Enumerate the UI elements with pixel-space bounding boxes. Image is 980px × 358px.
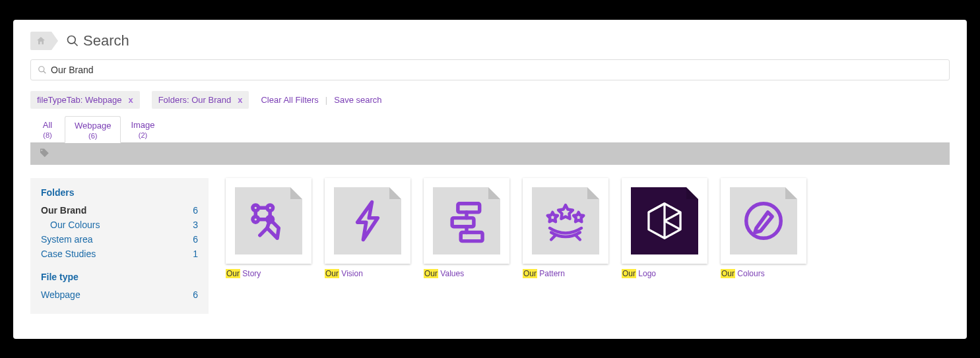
result-caption: Our Pattern <box>523 269 608 278</box>
result-caption: Our Values <box>424 269 509 278</box>
highlight: Our <box>622 269 636 278</box>
highlight: Our <box>325 269 339 278</box>
close-icon[interactable]: x <box>128 95 133 105</box>
search-input[interactable] <box>51 65 942 75</box>
sidebar-item-label: System area <box>41 234 93 245</box>
sidebar-item-case-studies[interactable]: Case Studies 1 <box>41 247 198 261</box>
filter-chip-label: fileTypeTab: Webpage <box>37 95 121 105</box>
result-card[interactable]: Our Story <box>226 178 311 314</box>
highlight: Our <box>523 269 537 278</box>
tab-count: (6) <box>75 132 111 140</box>
search-field[interactable] <box>30 59 950 80</box>
page-title-text: Search <box>83 32 129 49</box>
result-card[interactable]: Our Vision <box>325 178 410 314</box>
result-card[interactable]: Our Logo <box>622 178 707 314</box>
filter-chip-label: Folders: Our Brand <box>158 95 232 105</box>
svg-rect-14 <box>461 232 482 241</box>
sidebar-item-count: 6 <box>193 205 198 216</box>
svg-line-3 <box>44 71 46 73</box>
sidebar-item-count: 1 <box>193 249 198 259</box>
svg-rect-12 <box>458 203 480 212</box>
filter-actions: Clear All Filters | Save search <box>261 95 381 105</box>
caption-rest: Logo <box>636 269 656 278</box>
results-grid: Our Story Our Vision <box>226 178 950 314</box>
page-fold-icon <box>290 187 302 199</box>
main-area: Folders Our Brand 6 Our Colours 3 System… <box>30 178 950 314</box>
tab-label: Webpage <box>75 121 111 131</box>
sidebar-heading-filetype: File type <box>41 272 198 282</box>
page-fold-icon <box>389 187 401 199</box>
tab-count: (2) <box>131 131 154 139</box>
sidebar-item-our-colours[interactable]: Our Colours 3 <box>41 218 198 232</box>
search-icon <box>66 34 79 47</box>
svg-line-18 <box>575 235 580 239</box>
svg-rect-13 <box>452 218 474 226</box>
page-fold-icon <box>488 187 500 199</box>
sidebar: Folders Our Brand 6 Our Colours 3 System… <box>30 178 209 314</box>
separator: | <box>325 95 327 105</box>
svg-line-17 <box>551 235 556 239</box>
caption-rest: Colours <box>735 269 765 278</box>
tab-label: All <box>43 120 52 130</box>
svg-line-1 <box>75 42 78 45</box>
sidebar-item-webpage[interactable]: Webpage 6 <box>41 287 198 302</box>
sidebar-item-count: 6 <box>193 234 198 245</box>
tag-bar <box>30 142 950 165</box>
highlight: Our <box>424 269 438 278</box>
sidebar-item-label: Case Studies <box>41 249 96 259</box>
sidebar-item-system-area[interactable]: System area 6 <box>41 232 198 247</box>
result-caption: Our Story <box>226 269 311 278</box>
sidebar-item-our-brand[interactable]: Our Brand 6 <box>41 203 198 218</box>
app-window: Search fileTypeTab: Webpage x Folders: O… <box>13 20 967 339</box>
sidebar-item-label: Our Brand <box>41 205 86 216</box>
result-caption: Our Vision <box>325 269 410 278</box>
sidebar-item-count: 3 <box>193 220 198 230</box>
filters-row: fileTypeTab: Webpage x Folders: Our Bran… <box>30 91 950 109</box>
caption-rest: Values <box>438 269 464 278</box>
result-card[interactable]: Our Pattern <box>523 178 608 314</box>
result-thumbnail[interactable] <box>325 178 410 264</box>
page-fold-icon <box>785 187 797 199</box>
result-thumbnail[interactable] <box>622 178 707 264</box>
tab-count: (8) <box>40 131 55 139</box>
result-thumbnail[interactable] <box>523 178 608 264</box>
svg-point-2 <box>39 66 44 71</box>
result-card[interactable]: Our Values <box>424 178 509 314</box>
sidebar-heading-folders: Folders <box>41 187 198 198</box>
result-thumbnail[interactable] <box>226 178 311 264</box>
result-thumbnail[interactable] <box>424 178 509 264</box>
caption-rest: Vision <box>339 269 363 278</box>
highlight: Our <box>226 269 240 278</box>
home-icon <box>36 36 46 46</box>
page-fold-icon <box>686 187 698 199</box>
page-title: Search <box>66 32 129 49</box>
tag-icon <box>38 148 50 160</box>
tabs: All (8) Webpage (6) Image (2) <box>30 115 950 143</box>
result-caption: Our Colours <box>721 269 806 278</box>
page-fold-icon <box>587 187 599 199</box>
caption-rest: Pattern <box>537 269 565 278</box>
save-search-link[interactable]: Save search <box>334 95 381 105</box>
result-caption: Our Logo <box>622 269 707 278</box>
svg-point-0 <box>68 36 76 44</box>
search-input-icon <box>38 65 47 75</box>
caption-rest: Story <box>240 269 261 278</box>
filter-chip-filetype[interactable]: fileTypeTab: Webpage x <box>30 91 140 109</box>
tab-all[interactable]: All (8) <box>30 115 65 142</box>
result-thumbnail[interactable] <box>721 178 806 264</box>
sidebar-item-count: 6 <box>193 289 198 300</box>
highlight: Our <box>721 269 735 278</box>
sidebar-item-label: Webpage <box>41 289 81 300</box>
clear-filters-link[interactable]: Clear All Filters <box>261 95 318 105</box>
result-card[interactable]: Our Colours <box>721 178 806 314</box>
tab-image[interactable]: Image (2) <box>121 115 164 142</box>
tab-webpage[interactable]: Webpage (6) <box>65 116 121 143</box>
close-icon[interactable]: x <box>238 95 242 105</box>
breadcrumb: Search <box>30 32 950 50</box>
filter-chip-folder[interactable]: Folders: Our Brand x <box>152 91 249 109</box>
breadcrumb-home[interactable] <box>30 32 51 50</box>
tab-label: Image <box>131 120 154 130</box>
sidebar-item-label: Our Colours <box>41 220 100 230</box>
